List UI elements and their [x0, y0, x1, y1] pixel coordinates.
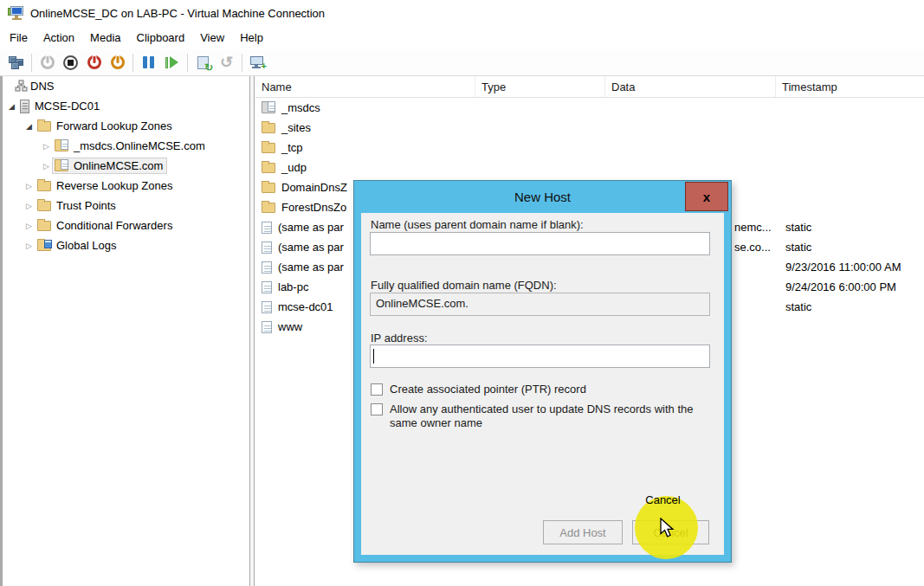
record-name: lab-pc [278, 280, 308, 293]
expander-icon[interactable] [23, 122, 35, 131]
titlebar: OnlineMCSE_DC on LAB-PC - Virtual Machin… [0, 0, 924, 26]
host-name-input[interactable] [370, 232, 710, 255]
record-data: se.co... [734, 241, 771, 254]
tree-item-forward-lookup-zones[interactable]: Forward Lookup Zones [3, 116, 249, 136]
record-name: _tcp [281, 141, 303, 154]
record-name: ForestDnsZo [281, 201, 346, 214]
tree-label: Global Logs [56, 239, 116, 252]
expander-icon[interactable] [23, 202, 35, 210]
ip-address-label: IP address: [371, 332, 428, 345]
list-header: Name Type Data Timestamp [255, 76, 924, 98]
tree-item-trust-points[interactable]: Trust Points [3, 196, 249, 216]
record-timestamp: 9/23/2016 11:00:00 AM [785, 261, 901, 274]
window-title: OnlineMCSE_DC on LAB-PC - Virtual Machin… [30, 7, 325, 20]
record-timestamp: static [785, 300, 811, 313]
menu-action[interactable]: Action [36, 27, 82, 48]
record-icon [262, 321, 272, 333]
panel-splitter[interactable] [249, 76, 255, 586]
turn-off-icon[interactable] [82, 51, 106, 74]
expander-icon[interactable] [6, 102, 17, 111]
tree-item-onlinemcse-zone[interactable]: OnlineMCSE.com [3, 156, 249, 176]
record-icon [262, 301, 272, 313]
acl-checkbox[interactable] [371, 403, 383, 415]
fqdn-field: OnlineMCSE.com. [370, 293, 710, 316]
folder-icon [262, 163, 275, 173]
zone-icon [55, 141, 68, 151]
menu-view[interactable]: View [192, 27, 232, 48]
zone-icon [55, 161, 68, 171]
expander-icon[interactable] [41, 162, 52, 171]
folder-icon [37, 201, 51, 211]
stop-icon[interactable] [59, 51, 82, 74]
tree-item-global-logs[interactable]: Global Logs [3, 235, 249, 255]
checkpoint-icon[interactable] [191, 51, 215, 74]
enhanced-session-icon[interactable]: + [246, 51, 269, 74]
record-name: _msdcs [281, 101, 320, 114]
ptr-checkbox[interactable] [371, 383, 383, 396]
tree-item-reverse-lookup-zones[interactable]: Reverse Lookup Zones [3, 176, 249, 196]
text-caret [373, 349, 374, 364]
tree-item-dns[interactable]: DNS [3, 76, 249, 96]
expander-icon[interactable] [41, 142, 52, 151]
record-name: www [278, 320, 302, 333]
record-name: DomainDnsZ [281, 181, 347, 194]
menubar: File Action Media Clipboard View Help [0, 26, 924, 49]
record-icon [262, 261, 272, 274]
ctrl-alt-del-icon[interactable] [4, 51, 28, 74]
add-host-button: Add Host [543, 520, 623, 544]
record-icon [262, 281, 272, 293]
record-icon [262, 222, 272, 234]
folder-icon [262, 203, 275, 213]
record-name: (same as par [278, 221, 344, 234]
pause-icon[interactable] [137, 51, 160, 74]
record-timestamp: 9/24/2016 6:00:00 PM [785, 280, 896, 293]
toolbar-separator [187, 54, 188, 72]
record-name: (same as par [278, 261, 344, 274]
folder-icon [262, 123, 275, 133]
folder-icon [262, 143, 275, 153]
column-header-timestamp[interactable]: Timestamp [776, 76, 924, 97]
tree-item-server[interactable]: MCSE-DC01 [3, 96, 249, 116]
resume-icon[interactable] [160, 51, 184, 74]
table-row[interactable]: _msdcs [255, 98, 924, 118]
record-timestamp: static [785, 241, 811, 254]
menu-file[interactable]: File [2, 27, 36, 48]
close-icon[interactable]: x [685, 182, 728, 211]
column-header-type[interactable]: Type [475, 76, 605, 97]
revert-icon: ↺ [215, 51, 238, 74]
acl-checkbox-label: Allow any authenticated user to update D… [390, 402, 703, 431]
record-name: _sites [281, 121, 311, 134]
toolbar-separator [31, 54, 32, 72]
record-icon [262, 241, 272, 254]
ptr-checkbox-label: Create associated pointer (PTR) record [390, 383, 586, 396]
tree-label: Forward Lookup Zones [56, 119, 172, 132]
expander-icon[interactable] [23, 182, 35, 190]
toolbar-separator [242, 54, 242, 72]
menu-help[interactable]: Help [232, 27, 271, 48]
table-row[interactable]: _sites [255, 118, 924, 138]
tree-item-msdcs-zone[interactable]: _msdcs.OnlineMCSE.com [3, 136, 249, 156]
tree-label: Trust Points [56, 199, 116, 212]
dns-tree-panel: DNS MCSE-DC01 Forward Lookup Zones _msdc… [3, 76, 249, 586]
shut-down-icon[interactable] [106, 51, 129, 74]
record-name: mcse-dc01 [278, 300, 333, 313]
table-row[interactable]: _tcp [255, 138, 924, 158]
vm-toolbar: ↺ + [0, 49, 924, 76]
ip-address-input[interactable] [370, 345, 710, 368]
menu-clipboard[interactable]: Clipboard [129, 27, 193, 48]
log-folder-icon [37, 241, 51, 251]
folder-icon [37, 121, 51, 132]
expander-icon[interactable] [23, 241, 35, 250]
column-header-data[interactable]: Data [605, 76, 776, 97]
ptr-checkbox-row[interactable]: Create associated pointer (PTR) record [371, 383, 586, 396]
column-header-name[interactable]: Name [255, 76, 475, 97]
menu-media[interactable]: Media [82, 27, 128, 48]
server-icon [20, 100, 29, 113]
table-row[interactable]: _udp [255, 158, 924, 177]
acl-checkbox-row[interactable]: Allow any authenticated user to update D… [371, 402, 703, 431]
tree-label: OnlineMCSE.com [74, 159, 163, 172]
record-name: (same as par [278, 241, 344, 254]
delegation-zone-icon [262, 103, 275, 113]
expander-icon[interactable] [23, 222, 35, 230]
tree-item-conditional-forwarders[interactable]: Conditional Forwarders [3, 216, 249, 235]
